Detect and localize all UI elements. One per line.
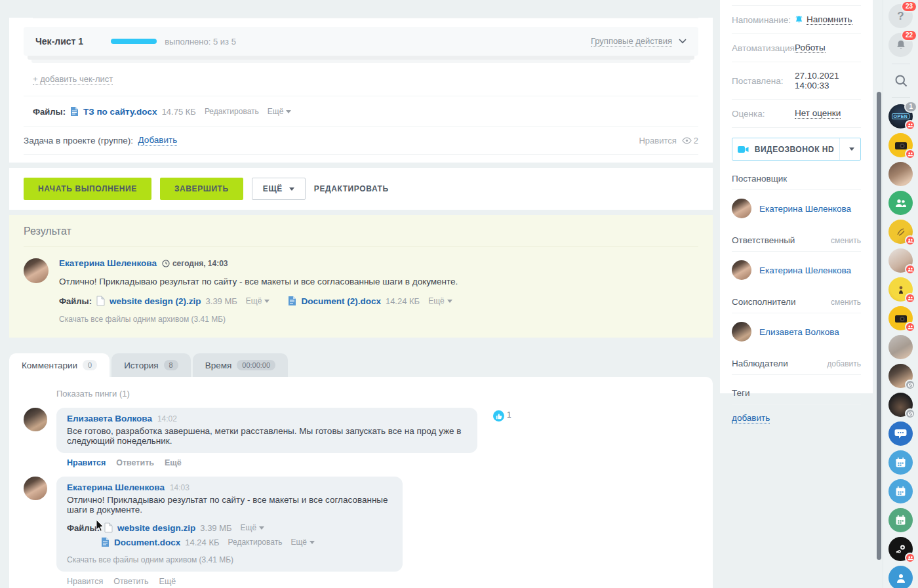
group-chat-badge-icon: [905, 235, 915, 246]
calendar-event-button3[interactable]: [888, 508, 913, 532]
chevron-down-icon[interactable]: [679, 39, 687, 44]
section-title: Ответственный: [732, 235, 795, 245]
videocall-label: ВИДЕОЗВОНОК HD: [755, 145, 834, 154]
checklist-panel[interactable]: Чек-лист 1 выполнено: 5 из 5 Групповые д…: [24, 27, 698, 56]
calendar-icon: [895, 515, 906, 526]
tab-history[interactable]: История 8: [111, 353, 190, 377]
comment-more-link[interactable]: Ещё: [159, 577, 176, 586]
file-more-link[interactable]: Ещё: [241, 523, 265, 532]
edit-task-button[interactable]: РЕДАКТИРОВАТЬ: [314, 184, 389, 193]
file-link[interactable]: Document.docx: [114, 538, 180, 547]
comment-item: Екатерина Шеленкова 14:03 Отлично! Прикл…: [24, 477, 698, 572]
comment-likes[interactable]: 1: [493, 408, 511, 453]
more-actions-button[interactable]: ЕЩЁ: [252, 178, 306, 200]
avatar[interactable]: [24, 408, 47, 431]
comment-more-link[interactable]: Ещё: [165, 458, 182, 467]
tab-comments[interactable]: Комментарии 0: [9, 353, 110, 377]
show-pings-link[interactable]: Показать пинги (1): [56, 389, 130, 399]
person-icon: [896, 573, 906, 583]
checklist-title: Чек-лист 1: [35, 36, 83, 47]
videocall-button[interactable]: ВИДЕОЗВОНОК HD: [732, 138, 861, 161]
person-link[interactable]: Елизавета Волкова: [759, 327, 839, 337]
avatar[interactable]: [732, 199, 751, 218]
avatar[interactable]: [732, 322, 751, 342]
vertical-scrollbar[interactable]: [877, 92, 881, 560]
participants-section: Соисполнители сменить Елизавета Волкова: [732, 289, 861, 345]
task-views: 2: [682, 136, 698, 146]
rating-link[interactable]: Нет оценки: [795, 108, 841, 119]
finish-task-button[interactable]: ЗАВЕРШИТЬ: [160, 178, 243, 200]
chat-avatar-user3[interactable]: [888, 364, 913, 388]
bell-icon: [896, 39, 906, 50]
file-more-link[interactable]: Ещё: [428, 296, 452, 305]
tab-time[interactable]: Время 00:00:00: [193, 353, 288, 377]
group-chat-button[interactable]: [888, 191, 913, 215]
comment-author-link[interactable]: Екатерина Шеленкова: [67, 482, 165, 492]
avatar[interactable]: [24, 477, 47, 500]
checklist-progress-bar: [111, 39, 157, 44]
comment-reply-link[interactable]: Ответить: [113, 577, 148, 586]
calendar-event-button[interactable]: [888, 450, 913, 475]
file-link[interactable]: ТЗ по сайту.docx: [83, 107, 157, 117]
chat-avatar-illustration[interactable]: [888, 220, 913, 244]
chat-room-button[interactable]: [888, 421, 913, 446]
comment-like-link[interactable]: Нравится: [67, 458, 106, 467]
comment-text: Все готово, разработка завершена, метки …: [67, 426, 467, 446]
checklist-stack-layer: [31, 60, 690, 63]
file-more-link[interactable]: Ещё: [268, 107, 292, 116]
chat-avatar-user4[interactable]: [888, 393, 913, 417]
person-link[interactable]: Екатерина Шеленкова: [759, 204, 851, 214]
comment-reply-link[interactable]: Ответить: [116, 458, 154, 467]
chat-avatar-open-sign[interactable]: 1: [888, 104, 913, 128]
result-author-link[interactable]: Екатерина Шеленкова: [59, 258, 157, 268]
divider: [732, 404, 861, 404]
add-tag-link[interactable]: добавить: [732, 413, 770, 423]
task-main-column: Чек-лист 1 выполнено: 5 из 5 Групповые д…: [9, 0, 713, 588]
steam-icon: [894, 543, 908, 556]
videocall-dropdown[interactable]: [839, 138, 860, 160]
file-link[interactable]: website design.zip: [117, 523, 195, 533]
file-more-link[interactable]: Ещё: [290, 538, 315, 547]
file-link[interactable]: website design (2).zip: [110, 296, 201, 306]
avatar[interactable]: [732, 260, 751, 280]
file-more-link[interactable]: Ещё: [246, 296, 270, 305]
views-count: 2: [694, 136, 698, 146]
download-all-link[interactable]: Скачать все файлы одним архивом (3.41 МБ…: [59, 315, 226, 324]
comment-like-link[interactable]: Нравится: [67, 577, 103, 586]
comment-files-row: Document.docx 14.24 КБ Редактировать Ещё: [101, 537, 392, 547]
chat-avatar-user2[interactable]: [888, 335, 913, 359]
contact-button[interactable]: [888, 566, 913, 588]
download-all-link[interactable]: Скачать все файлы одним архивом (3.41 МБ…: [67, 555, 233, 564]
comment-author-link[interactable]: Елизавета Волкова: [67, 414, 152, 423]
divider: [24, 154, 698, 155]
add-observer-link[interactable]: добавить: [827, 359, 861, 368]
help-button[interactable]: ? 23: [888, 4, 913, 28]
search-button[interactable]: [888, 71, 913, 90]
file-link[interactable]: Document (2).docx: [301, 296, 381, 306]
file-edit-link[interactable]: Редактировать: [205, 107, 259, 116]
file-edit-link[interactable]: Редактировать: [228, 538, 283, 547]
task-like-link[interactable]: Нравится: [639, 136, 676, 146]
change-responsible-link[interactable]: сменить: [831, 236, 861, 245]
avatar[interactable]: [24, 258, 49, 283]
docx-file-icon: [101, 537, 110, 547]
group-chat-badge-icon: [905, 293, 915, 304]
project-add-link[interactable]: Добавить: [138, 135, 178, 146]
sketch-icon: [896, 227, 906, 237]
chat-avatar-user[interactable]: [888, 162, 913, 186]
calendar-event-button2[interactable]: [888, 479, 913, 503]
remind-link[interactable]: Напомнить: [807, 14, 852, 25]
chat-avatar-bird[interactable]: [888, 277, 913, 302]
group-actions-link[interactable]: Групповые действия: [591, 36, 672, 47]
add-checklist-link[interactable]: + добавить чек-лист: [33, 74, 113, 85]
chat-avatar-camera[interactable]: [888, 133, 913, 157]
chat-avatar-steam[interactable]: [888, 537, 913, 561]
start-task-button[interactable]: НАЧАТЬ ВЫПОЛНЕНИЕ: [24, 178, 151, 200]
change-participants-link[interactable]: сменить: [831, 298, 861, 307]
chat-avatar-camera2[interactable]: [888, 306, 913, 330]
notifications-button[interactable]: 22: [888, 33, 913, 57]
group-chat-badge-icon: [905, 120, 915, 130]
robots-link[interactable]: Роботы: [795, 43, 826, 53]
person-link[interactable]: Екатерина Шеленкова: [759, 265, 851, 275]
chat-avatar-photo[interactable]: [888, 248, 913, 273]
